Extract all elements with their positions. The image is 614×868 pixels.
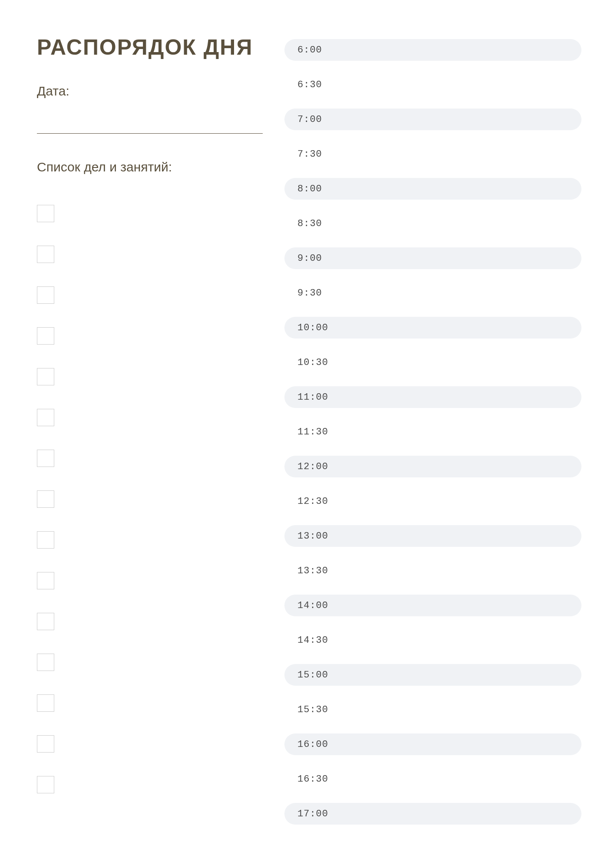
- checkbox-item: [37, 368, 263, 385]
- divider: [37, 133, 263, 134]
- time-slot[interactable]: 6:00: [284, 39, 581, 61]
- time-slot[interactable]: 7:00: [284, 108, 581, 130]
- time-slot[interactable]: 14:00: [284, 595, 581, 616]
- time-slot-label: 17:00: [297, 809, 328, 819]
- date-label: Дата:: [37, 84, 263, 99]
- time-slot[interactable]: 10:00: [284, 317, 581, 339]
- time-slot[interactable]: 14:30: [284, 629, 581, 651]
- task-checkbox[interactable]: [37, 572, 54, 589]
- checkbox-item: [37, 490, 263, 508]
- time-slot-label: 7:30: [297, 149, 322, 160]
- time-slot[interactable]: 11:00: [284, 386, 581, 408]
- task-checkbox[interactable]: [37, 735, 54, 753]
- time-slot-label: 14:30: [297, 635, 328, 646]
- checkbox-item: [37, 409, 263, 426]
- left-column: РАСПОРЯДОК ДНЯ Дата: Список дел и заняти…: [37, 35, 263, 833]
- time-slot[interactable]: 9:00: [284, 247, 581, 269]
- checkbox-item: [37, 735, 263, 753]
- time-slot[interactable]: 7:30: [284, 143, 581, 165]
- task-checkbox[interactable]: [37, 368, 54, 385]
- time-slot[interactable]: 9:30: [284, 282, 581, 304]
- time-slot-label: 11:30: [297, 427, 328, 437]
- task-checkbox[interactable]: [37, 654, 54, 671]
- checkbox-list: [37, 205, 263, 793]
- checkbox-item: [37, 776, 263, 793]
- task-checkbox[interactable]: [37, 776, 54, 793]
- time-slot-label: 13:00: [297, 531, 328, 542]
- page-title: РАСПОРЯДОК ДНЯ: [37, 35, 263, 60]
- time-slot-label: 16:00: [297, 739, 328, 750]
- time-slot[interactable]: 16:00: [284, 733, 581, 755]
- time-slot-label: 6:30: [297, 79, 322, 90]
- checkbox-item: [37, 450, 263, 467]
- task-checkbox[interactable]: [37, 490, 54, 508]
- checkbox-item: [37, 572, 263, 589]
- checkbox-item: [37, 613, 263, 630]
- checkbox-item: [37, 286, 263, 304]
- tasks-label: Список дел и занятий:: [37, 160, 263, 174]
- checkbox-item: [37, 694, 263, 712]
- time-slot[interactable]: 13:00: [284, 525, 581, 547]
- time-slot-label: 15:30: [297, 704, 328, 715]
- time-slot-label: 12:00: [297, 461, 328, 472]
- time-slot[interactable]: 10:30: [284, 352, 581, 373]
- time-slot[interactable]: 15:30: [284, 699, 581, 720]
- time-slot[interactable]: 13:30: [284, 560, 581, 582]
- right-column: 6:006:307:007:308:008:309:009:3010:0010:…: [284, 35, 581, 833]
- time-slot[interactable]: 6:30: [284, 74, 581, 95]
- time-slot-label: 9:00: [297, 253, 322, 264]
- time-slot-label: 8:30: [297, 218, 322, 229]
- time-slot[interactable]: 8:30: [284, 213, 581, 234]
- task-checkbox[interactable]: [37, 613, 54, 630]
- task-checkbox[interactable]: [37, 246, 54, 263]
- task-checkbox[interactable]: [37, 531, 54, 549]
- checkbox-item: [37, 327, 263, 345]
- time-slot-label: 16:30: [297, 774, 328, 785]
- task-checkbox[interactable]: [37, 694, 54, 712]
- checkbox-item: [37, 246, 263, 263]
- task-checkbox[interactable]: [37, 286, 54, 304]
- time-slot-label: 14:00: [297, 600, 328, 611]
- time-slot[interactable]: 17:00: [284, 803, 581, 825]
- time-slot-label: 10:30: [297, 357, 328, 368]
- time-slot-label: 9:30: [297, 288, 322, 299]
- time-slot[interactable]: 12:30: [284, 490, 581, 512]
- time-slot-label: 8:00: [297, 184, 322, 194]
- task-checkbox[interactable]: [37, 205, 54, 222]
- time-slot-label: 12:30: [297, 496, 328, 507]
- time-slot-label: 7:00: [297, 114, 322, 125]
- time-slot[interactable]: 8:00: [284, 178, 581, 200]
- time-slot[interactable]: 11:30: [284, 421, 581, 443]
- time-slot-label: 6:00: [297, 45, 322, 56]
- time-slot[interactable]: 12:00: [284, 456, 581, 477]
- time-slot-label: 11:00: [297, 392, 328, 403]
- time-slot-label: 15:00: [297, 670, 328, 681]
- task-checkbox[interactable]: [37, 409, 54, 426]
- checkbox-item: [37, 654, 263, 671]
- time-slot[interactable]: 15:00: [284, 664, 581, 686]
- task-checkbox[interactable]: [37, 327, 54, 345]
- time-slot-label: 13:30: [297, 566, 328, 576]
- time-slots: 6:006:307:007:308:008:309:009:3010:0010:…: [284, 39, 581, 825]
- time-slot-label: 10:00: [297, 322, 328, 333]
- task-checkbox[interactable]: [37, 450, 54, 467]
- checkbox-item: [37, 205, 263, 222]
- time-slot[interactable]: 16:30: [284, 768, 581, 790]
- checkbox-item: [37, 531, 263, 549]
